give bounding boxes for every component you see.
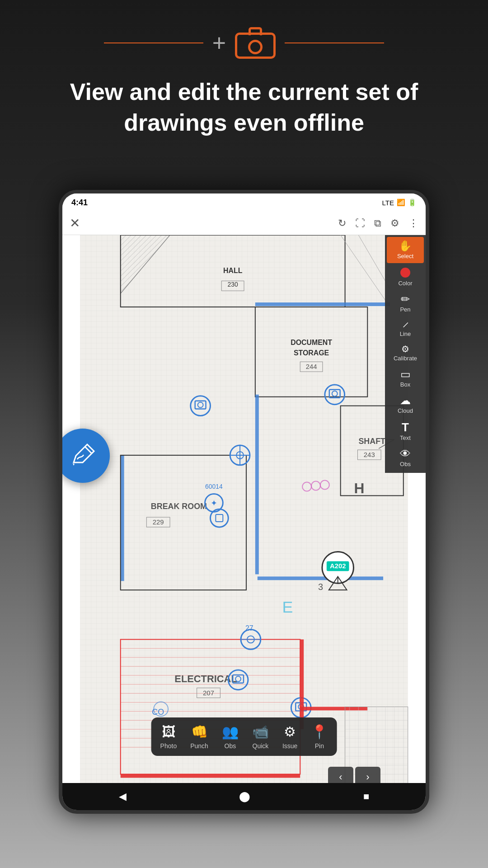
svg-text:60014: 60014 <box>205 483 223 490</box>
select-tool-button[interactable]: ✋ Select <box>387 237 424 263</box>
layers-icon[interactable]: ⧉ <box>374 217 381 229</box>
obs-icon: 👁 <box>400 448 411 459</box>
tablet-screen: 4:41 LTE 📶 🔋 ✕ ↻ ⛶ ⧉ ⚙ ⋮ <box>62 193 426 810</box>
issue-button[interactable]: ⚙ Issue <box>282 724 297 750</box>
svg-rect-15 <box>258 576 383 580</box>
svg-text:BREAK ROOM: BREAK ROOM <box>151 502 207 511</box>
pen-label: Pen <box>400 306 410 313</box>
close-button[interactable]: ✕ <box>70 216 80 231</box>
cloud-label: Cloud <box>398 407 413 414</box>
punch-button[interactable]: 👊 Punch <box>190 724 208 750</box>
box-label: Box <box>400 381 410 388</box>
svg-text:244: 244 <box>306 363 317 370</box>
obs-label: Obs <box>400 461 411 467</box>
cloud-tool-button[interactable]: ☁ Cloud <box>387 392 424 418</box>
recents-button[interactable]: ■ <box>363 791 369 802</box>
signal-icon: 📶 <box>397 198 405 207</box>
status-right: LTE 📶 🔋 <box>382 198 417 207</box>
calibrate-tool-button[interactable]: ⚙ Calibrate <box>387 341 424 365</box>
svg-rect-14 <box>255 302 390 306</box>
svg-rect-13 <box>255 395 259 575</box>
obs-tool-button[interactable]: 👁 Obs <box>387 445 424 471</box>
tablet-device: 4:41 LTE 📶 🔋 ✕ ↻ ⛶ ⧉ ⚙ ⋮ <box>59 190 429 814</box>
punch-icon: 👊 <box>191 724 208 740</box>
svg-text:STORAGE: STORAGE <box>294 349 329 357</box>
pen-icon: ✏ <box>401 294 410 305</box>
color-dot <box>400 268 410 278</box>
text-tool-button[interactable]: T Text <box>387 418 424 445</box>
status-bar: 4:41 LTE 📶 🔋 <box>62 193 426 212</box>
calibrate-label: Calibrate <box>394 355 417 362</box>
pin-icon: 📍 <box>311 724 328 740</box>
quick-label: Quick <box>253 742 269 750</box>
box-tool-button[interactable]: ▭ Box <box>387 365 424 392</box>
obs-btn-label: Obs <box>225 742 236 750</box>
left-divider <box>104 42 203 43</box>
svg-text:E: E <box>282 598 293 616</box>
svg-rect-79 <box>300 639 304 729</box>
obs-button[interactable]: 👥 Obs <box>222 724 239 750</box>
line-icon: ─ <box>400 319 411 330</box>
color-tool-button[interactable]: Color <box>387 263 424 290</box>
quick-button[interactable]: 📹 Quick <box>252 724 269 750</box>
cloud-icon: ☁ <box>400 395 411 406</box>
svg-text:A202: A202 <box>330 562 346 570</box>
battery-icon: 🔋 <box>408 198 417 207</box>
punch-label: Punch <box>190 742 208 750</box>
obs-btn-icon: 👥 <box>222 724 239 740</box>
icon-row: + <box>104 27 384 59</box>
color-label: Color <box>398 280 412 287</box>
toolbar-left: ✕ <box>70 216 80 231</box>
pin-label: Pin <box>315 742 324 750</box>
svg-text:243: 243 <box>364 451 375 458</box>
select-label: Select <box>397 253 413 259</box>
top-section: + View and edit the current set of drawi… <box>0 0 488 160</box>
text-label: Text <box>400 434 411 441</box>
svg-text:229: 229 <box>153 519 164 526</box>
svg-rect-81 <box>121 774 300 778</box>
home-button[interactable]: ⬤ <box>239 791 250 802</box>
bottom-toolbar-popup: 🖼 Photo 👊 Punch 👥 Obs 📹 Quick ⚙ Issue 📍 <box>151 717 337 756</box>
svg-text:3: 3 <box>318 582 323 592</box>
svg-text:207: 207 <box>203 689 214 697</box>
photo-button[interactable]: 🖼 Photo <box>160 724 177 750</box>
svg-text:HALL: HALL <box>223 267 243 274</box>
status-time: 4:41 <box>71 198 88 208</box>
photo-icon: 🖼 <box>162 724 175 740</box>
svg-text:✦: ✦ <box>211 499 217 508</box>
quick-icon: 📹 <box>252 724 269 740</box>
hand-icon: ✋ <box>399 241 412 251</box>
back-button[interactable]: ◀ <box>119 791 127 802</box>
expand-icon[interactable]: ⛶ <box>355 217 365 229</box>
calibrate-icon: ⚙ <box>401 344 409 354</box>
android-nav: ◀ ⬤ ■ <box>62 783 426 810</box>
right-divider <box>285 42 384 43</box>
line-label: Line <box>400 330 411 337</box>
more-icon[interactable]: ⋮ <box>408 217 418 229</box>
top-toolbar: ✕ ↻ ⛶ ⧉ ⚙ ⋮ <box>62 212 426 235</box>
svg-text:230: 230 <box>228 281 238 288</box>
svg-text:SHAFT: SHAFT <box>358 437 385 446</box>
pen-tool-button[interactable]: ✏ Pen <box>387 290 424 316</box>
svg-text:DOCUMENT: DOCUMENT <box>291 339 332 346</box>
right-toolbar: ✋ Select Color ✏ Pen ─ Line ⚙ Calibrate … <box>385 235 426 473</box>
filter-icon[interactable]: ⚙ <box>390 217 399 229</box>
svg-rect-16 <box>121 455 124 581</box>
photo-label: Photo <box>160 742 177 750</box>
headline: View and edit the current set of drawing… <box>0 77 488 138</box>
issue-label: Issue <box>282 742 297 750</box>
box-icon: ▭ <box>400 369 411 380</box>
text-icon: T <box>402 421 409 433</box>
refresh-icon[interactable]: ↻ <box>338 217 346 229</box>
issue-icon: ⚙ <box>284 724 296 740</box>
pin-button[interactable]: 📍 Pin <box>311 724 328 750</box>
camera-icon <box>235 27 276 59</box>
toolbar-right: ↻ ⛶ ⧉ ⚙ ⋮ <box>338 217 418 229</box>
line-tool-button[interactable]: ─ Line <box>387 316 424 341</box>
network-indicator: LTE <box>382 199 394 207</box>
svg-text:H: H <box>354 480 364 496</box>
plus-icon: + <box>212 31 226 55</box>
